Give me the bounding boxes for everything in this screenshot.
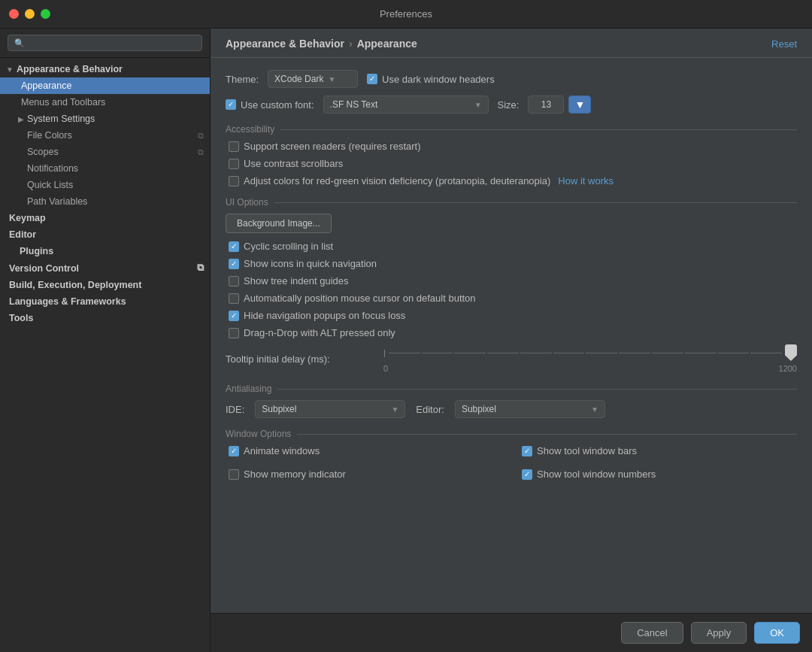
tool-window-numbers-checkbox[interactable]: Show tool window numbers	[522, 469, 656, 480]
dark-headers-check	[367, 74, 377, 84]
section-divider	[274, 202, 797, 203]
search-icon: 🔍	[14, 38, 25, 48]
search-wrap[interactable]: 🔍	[8, 35, 202, 51]
chevron-right-icon: ▶	[18, 115, 24, 123]
size-select: ▼	[528, 96, 591, 114]
hide-nav-popups-checkbox[interactable]: Hide navigation popups on focus loss	[229, 310, 405, 321]
cyclic-scrolling-label: Cyclic scrolling in list	[244, 241, 333, 252]
apply-button[interactable]: Apply	[691, 622, 747, 644]
nav-section-appearance-behavior: ▼ Appearance & Behavior Appearance Menus…	[0, 61, 210, 210]
sidebar: 🔍 ▼ Appearance & Behavior Appearance Men…	[0, 29, 211, 652]
theme-row: Theme: XCode Dark ▼ Use dark window head…	[226, 70, 797, 88]
content-scroll: Theme: XCode Dark ▼ Use dark window head…	[211, 58, 812, 613]
color-deficiency-check	[229, 176, 239, 187]
close-button[interactable]	[9, 9, 19, 19]
chevron-down-icon: ▼	[6, 65, 14, 74]
tree-indent-checkbox[interactable]: Show tree indent guides	[229, 275, 348, 287]
contrast-scrollbars-checkbox[interactable]: Use contrast scrollbars	[229, 158, 343, 169]
option-tree-indent: Show tree indent guides	[226, 275, 797, 287]
bottom-bar: Cancel Apply OK	[211, 613, 812, 652]
option-hide-nav-popups: Hide navigation popups on focus loss	[226, 310, 797, 321]
copy-icon: ⧉	[198, 131, 204, 141]
size-input[interactable]	[528, 96, 564, 114]
size-label: Size:	[498, 99, 520, 111]
screen-readers-checkbox[interactable]: Support screen readers (requires restart…	[229, 141, 421, 152]
sidebar-item-path-variables[interactable]: Path Variables	[0, 193, 210, 210]
sidebar-item-tools[interactable]: Tools	[0, 310, 210, 326]
show-icons-nav-label: Show icons in quick navigation	[244, 258, 377, 269]
option-color-deficiency: Adjust colors for red-green vision defic…	[226, 175, 797, 187]
dark-headers-label: Use dark window headers	[382, 74, 495, 85]
option-show-tool-bars: Show tool window bars	[519, 445, 797, 456]
editor-antialiasing-select[interactable]: Subpixel ▼	[455, 400, 605, 418]
editor-aa-value: Subpixel	[462, 404, 496, 414]
theme-value: XCode Dark	[274, 74, 323, 84]
content-area: Appearance & Behavior › Appearance Reset…	[211, 29, 812, 652]
show-tool-bars-check	[522, 446, 532, 456]
drag-drop-alt-label: Drag-n-Drop with ALT pressed only	[244, 327, 395, 338]
ui-options-section-label: UI Options	[226, 197, 797, 208]
sidebar-item-plugins[interactable]: Plugins	[0, 243, 210, 259]
sidebar-item-languages-frameworks[interactable]: Languages & Frameworks	[0, 293, 210, 310]
cancel-button[interactable]: Cancel	[621, 622, 683, 644]
tooltip-max: 1200	[779, 364, 797, 373]
sidebar-item-notifications[interactable]: Notifications	[0, 160, 210, 177]
show-icons-nav-checkbox[interactable]: Show icons in quick navigation	[229, 258, 377, 269]
drag-drop-alt-checkbox[interactable]: Drag-n-Drop with ALT pressed only	[229, 327, 395, 338]
dark-headers-checkbox[interactable]: Use dark window headers	[367, 74, 495, 85]
auto-mouse-check	[229, 293, 239, 304]
ide-antialiasing-select[interactable]: Subpixel ▼	[255, 400, 405, 418]
chevron-down-icon: ▼	[474, 101, 482, 109]
ui-checkboxes: Cyclic scrolling in list Show icons in q…	[226, 241, 797, 338]
screen-readers-check	[229, 141, 239, 152]
font-select[interactable]: .SF NS Text ▼	[323, 96, 489, 114]
copy-icon: ⧉	[198, 147, 204, 157]
sidebar-item-appearance[interactable]: Appearance	[0, 77, 210, 94]
reset-button[interactable]: Reset	[771, 38, 797, 50]
ok-button[interactable]: OK	[754, 622, 800, 644]
sidebar-item-quick-lists[interactable]: Quick Lists	[0, 177, 210, 193]
main-container: 🔍 ▼ Appearance & Behavior Appearance Men…	[0, 29, 812, 652]
antialiasing-section-label: Antialiasing	[226, 384, 797, 394]
color-deficiency-label: Adjust colors for red-green vision defic…	[244, 175, 550, 187]
memory-indicator-check	[229, 469, 239, 480]
section-divider	[297, 434, 797, 435]
breadcrumb-parent: Appearance & Behavior	[226, 38, 344, 50]
tooltip-min: 0	[383, 364, 388, 373]
sidebar-item-keymap[interactable]: Keymap	[0, 210, 210, 226]
auto-mouse-checkbox[interactable]: Automatically position mouse cursor on d…	[229, 293, 476, 304]
sidebar-item-file-colors[interactable]: File Colors ⧉	[0, 127, 210, 144]
option-animate-windows: Animate windows	[226, 445, 504, 456]
tool-window-numbers-check	[522, 469, 532, 480]
sidebar-item-build-execution[interactable]: Build, Execution, Deployment	[0, 277, 210, 293]
window-options-section-label: Window Options	[226, 429, 797, 439]
chevron-down-icon: ▼	[391, 405, 398, 414]
background-image-button[interactable]: Background Image...	[226, 214, 332, 233]
search-input[interactable]	[29, 38, 195, 48]
sidebar-item-version-control[interactable]: Version Control ⧉	[0, 259, 210, 277]
memory-indicator-checkbox[interactable]: Show memory indicator	[229, 469, 346, 480]
sidebar-item-scopes[interactable]: Scopes ⧉	[0, 144, 210, 160]
screen-readers-label: Support screen readers (requires restart…	[244, 141, 421, 152]
sidebar-item-menus-toolbars[interactable]: Menus and Toolbars	[0, 94, 210, 111]
maximize-button[interactable]	[41, 9, 50, 19]
option-drag-drop-alt: Drag-n-Drop with ALT pressed only	[226, 327, 797, 338]
tree-indent-label: Show tree indent guides	[244, 275, 348, 287]
minimize-button[interactable]	[25, 9, 35, 19]
custom-font-checkbox[interactable]: Use custom font:	[226, 99, 314, 111]
option-contrast-scrollbars: Use contrast scrollbars	[226, 158, 797, 169]
font-label: Use custom font:	[241, 99, 314, 111]
sidebar-item-system-settings[interactable]: ▶ System Settings	[0, 111, 210, 127]
accessibility-section-label: Accessibility	[226, 124, 797, 135]
memory-indicator-label: Show memory indicator	[244, 469, 346, 480]
how-it-works-link[interactable]: How it works	[558, 175, 614, 187]
chevron-down-icon: ▼	[591, 405, 598, 414]
size-dropdown-button[interactable]: ▼	[568, 96, 591, 114]
cyclic-scrolling-checkbox[interactable]: Cyclic scrolling in list	[229, 241, 333, 252]
sidebar-item-appearance-behavior[interactable]: ▼ Appearance & Behavior	[0, 61, 210, 77]
show-tool-bars-checkbox[interactable]: Show tool window bars	[522, 445, 637, 456]
theme-select[interactable]: XCode Dark ▼	[268, 70, 358, 88]
sidebar-item-editor[interactable]: Editor	[0, 226, 210, 243]
animate-windows-checkbox[interactable]: Animate windows	[229, 445, 320, 456]
color-deficiency-checkbox[interactable]: Adjust colors for red-green vision defic…	[229, 175, 550, 187]
